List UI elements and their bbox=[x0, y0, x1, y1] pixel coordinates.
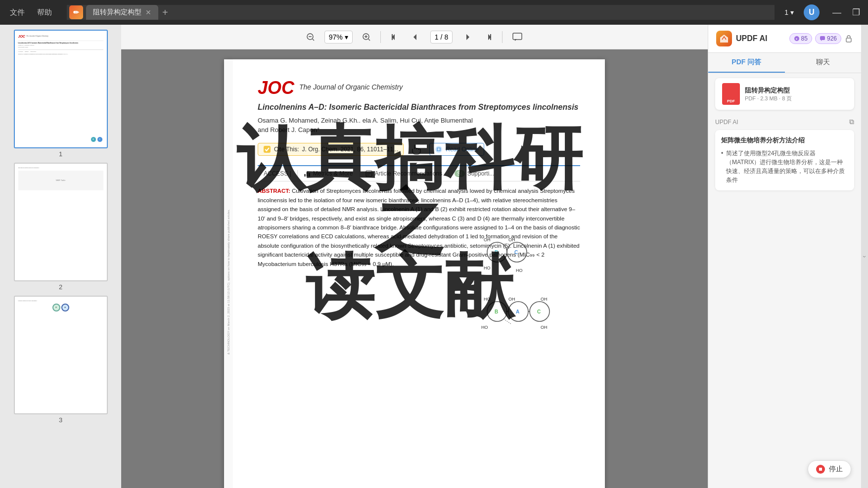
ai-panel-body: 停止 bbox=[708, 193, 861, 488]
thumbnail-1[interactable]: JOC The Journal of Organic Chemistry Lin… bbox=[5, 30, 116, 158]
ai-icon bbox=[719, 34, 729, 44]
article-title-text: Lincolnenins A–D: Isomeric Bactericidal … bbox=[258, 103, 579, 111]
tab-chat[interactable]: 聊天 bbox=[785, 53, 862, 73]
zoom-out-button[interactable] bbox=[303, 29, 319, 45]
summary-title: 矩阵微生物培养分析方法介绍 bbox=[721, 136, 848, 145]
molecule-area: OH OH B C HO HO bbox=[471, 227, 580, 368]
read-online-button[interactable]: Read Online bbox=[429, 143, 484, 156]
access-item-supporting[interactable]: SI Supporti... bbox=[449, 170, 500, 177]
stop-label: 停止 bbox=[829, 465, 843, 474]
thumbnail-3[interactable]: Molecular structures and ECD calculation… bbox=[5, 296, 116, 424]
access-item-article-rec[interactable]: Article Recommendations bbox=[360, 170, 449, 177]
coins-icon: ✦ bbox=[794, 36, 800, 42]
access-item-metrics[interactable]: Metrics & More bbox=[298, 170, 360, 177]
thumbnail-panel: JOC The Journal of Organic Chemistry Lin… bbox=[0, 25, 121, 488]
molecule-svg: OH OH B C HO HO bbox=[471, 227, 580, 366]
svg-text:HO: HO bbox=[481, 325, 488, 330]
thumbnail-number-3: 3 bbox=[59, 416, 62, 424]
access-item-access[interactable]: ACCESS | bbox=[258, 170, 298, 177]
thumbnail-img-3: Molecular structures and ECD calculation… bbox=[14, 296, 108, 414]
svg-rect-48 bbox=[820, 36, 825, 40]
svg-text:B: B bbox=[495, 250, 498, 255]
joc-logo: JOC bbox=[258, 79, 294, 97]
page-nav-top: 1 ▾ bbox=[784, 8, 794, 16]
thumbnail-img-1: JOC The Journal of Organic Chemistry Lin… bbox=[14, 30, 108, 148]
svg-rect-12 bbox=[490, 34, 491, 40]
svg-line-2 bbox=[313, 39, 314, 41]
pdf-icon-label: PDF bbox=[727, 99, 735, 103]
tab-close-icon[interactable]: ✕ bbox=[145, 8, 151, 16]
svg-text:OH: OH bbox=[541, 297, 548, 302]
hand-cursor-icon[interactable] bbox=[409, 141, 424, 157]
stop-icon bbox=[816, 465, 825, 474]
menu-help[interactable]: 帮助 bbox=[32, 5, 57, 20]
ai-tabs: PDF 问答 聊天 bbox=[708, 53, 861, 73]
tab-pdf-qa[interactable]: PDF 问答 bbox=[708, 53, 785, 73]
pdf-view: 97% ▾ 1 / 8 bbox=[121, 25, 708, 488]
svg-text:OH: OH bbox=[484, 237, 491, 242]
checkmark-icon bbox=[263, 145, 271, 153]
svg-text:OH: OH bbox=[508, 237, 515, 242]
joc-subtitle: The Journal of Organic Chemistry bbox=[299, 83, 403, 91]
updf-ai-label: UPDF AI bbox=[715, 119, 738, 126]
last-page-button[interactable] bbox=[480, 29, 496, 45]
stop-button[interactable]: 停止 bbox=[808, 460, 851, 478]
restore-button[interactable]: ❐ bbox=[849, 6, 863, 19]
doc-meta: PDF · 2.3 MB · 8 页 bbox=[745, 95, 847, 102]
svg-text:✦: ✦ bbox=[795, 38, 798, 41]
stop-square-icon bbox=[818, 467, 823, 472]
svg-text:HO: HO bbox=[516, 268, 523, 273]
abstract-label: ABSTRACT: bbox=[258, 188, 290, 194]
svg-rect-13 bbox=[513, 33, 522, 40]
author-names-2: and Robert J. Capon* bbox=[258, 126, 580, 133]
svg-rect-17 bbox=[306, 172, 308, 177]
svg-line-45 bbox=[503, 319, 511, 324]
tab-add-button[interactable]: + bbox=[158, 7, 172, 18]
minimize-button[interactable]: — bbox=[829, 6, 844, 19]
tab-document[interactable]: 阻转异构定构型 ✕ bbox=[86, 5, 158, 20]
current-page[interactable]: 1 bbox=[435, 33, 439, 41]
thumbnail-2[interactable]: Table data and spectra analysis for linc… bbox=[5, 163, 116, 291]
svg-text:C: C bbox=[537, 309, 541, 314]
window-controls: — ❐ bbox=[829, 6, 863, 19]
svg-rect-14 bbox=[264, 146, 271, 153]
credit-value-2: 926 bbox=[827, 35, 837, 42]
zoom-dropdown-icon[interactable]: ▾ bbox=[345, 33, 348, 41]
copy-icon[interactable]: ⧉ bbox=[849, 118, 854, 126]
tab-bar: ✏ 阻转异构定构型 ✕ + bbox=[67, 5, 775, 20]
comment-button[interactable] bbox=[508, 28, 526, 46]
credit-badge-chat: 926 bbox=[815, 33, 841, 44]
menu-bar: 文件 帮助 bbox=[5, 5, 57, 20]
ai-logo-label: UPDF AI bbox=[736, 34, 767, 43]
pdf-icon-box: PDF bbox=[722, 83, 740, 105]
cite-bar: Cite This: J. Org. Chem. 2021, 86, 11011… bbox=[258, 138, 580, 160]
zoom-value: 97% bbox=[329, 33, 343, 41]
prev-page-button[interactable] bbox=[409, 29, 424, 45]
svg-line-6 bbox=[368, 39, 370, 41]
svg-rect-16 bbox=[304, 174, 306, 177]
page-nav-dropdown-icon[interactable]: ▾ bbox=[790, 8, 794, 16]
user-avatar[interactable]: U bbox=[804, 4, 820, 20]
zoom-display[interactable]: 97% ▾ bbox=[324, 31, 353, 44]
pdf-content: & TECHNOLOGY on March 2, 2023 at 11:58:1… bbox=[121, 49, 708, 488]
read-online-icon bbox=[435, 145, 443, 153]
ai-credits: ✦ 85 926 bbox=[789, 33, 853, 44]
ai-section-label: UPDF AI ⧉ bbox=[708, 115, 861, 127]
ai-panel-header: UPDF AI ✦ 85 926 bbox=[708, 25, 861, 53]
utc-text: & TECHNOLOGY on March 2, 2023 at 11:58:1… bbox=[227, 209, 230, 355]
zoom-in-button[interactable] bbox=[359, 29, 374, 45]
bar-chart-icon bbox=[304, 170, 311, 177]
next-page-button[interactable] bbox=[458, 29, 474, 45]
summary-bullet: 简述了使用微型24孔微生物反应器（MATRIX）进行微生物培养分析，这是一种快速… bbox=[721, 149, 848, 184]
ai-doc-card: PDF 阻转异构定构型 PDF · 2.3 MB · 8 页 bbox=[715, 78, 854, 110]
ai-summary-card: 矩阵微生物培养分析方法介绍 简述了使用微型24孔微生物反应器（MATRIX）进行… bbox=[715, 130, 854, 190]
thumbnail-number-1: 1 bbox=[59, 150, 62, 158]
right-edge-icon: › bbox=[861, 256, 868, 258]
menu-file[interactable]: 文件 bbox=[5, 5, 30, 20]
tab-label: 阻转异构定构型 bbox=[93, 8, 141, 17]
pdf-page: & TECHNOLOGY on March 2, 2023 at 11:58:1… bbox=[224, 59, 605, 488]
first-page-button[interactable] bbox=[387, 29, 403, 45]
doc-info: 阻转异构定构型 PDF · 2.3 MB · 8 页 bbox=[745, 86, 847, 102]
right-edge-button[interactable]: › bbox=[861, 25, 868, 488]
separator-2 bbox=[502, 31, 503, 43]
